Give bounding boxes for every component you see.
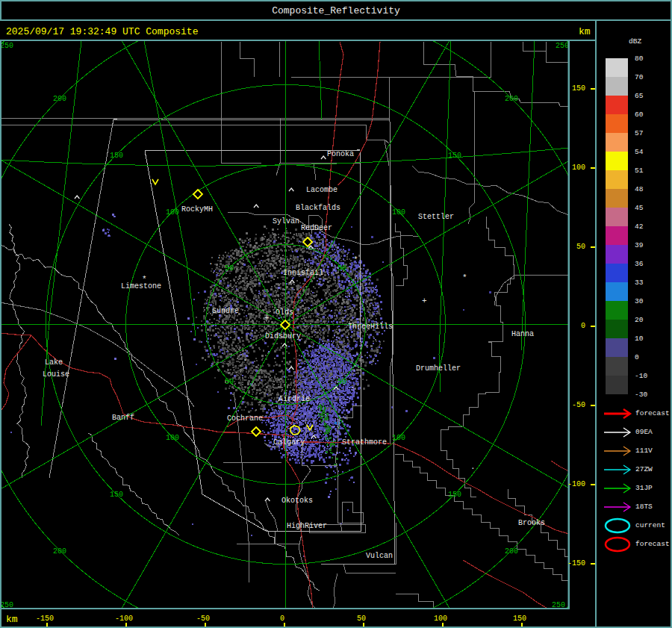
svg-text:ThreeHills: ThreeHills [348,323,393,331]
svg-text:Drumheller: Drumheller [416,364,461,373]
svg-text:250: 250 [0,42,13,50]
svg-text:150: 150 [110,152,123,160]
svg-text:RockyMH: RockyMH [181,205,213,214]
svg-text:Limestone: Limestone [121,282,161,290]
svg-text:.: . [352,360,358,369]
svg-text:200: 200 [505,547,518,556]
svg-text:.: . [217,252,222,261]
svg-text:Innisfail: Innisfail [283,269,323,277]
svg-text:200: 200 [53,95,66,103]
svg-text:Strathmore: Strathmore [342,438,387,447]
svg-text:*: * [353,255,358,264]
svg-text:Ponoka: Ponoka [327,150,354,158]
svg-text:250: 250 [556,42,569,50]
svg-text:150: 150 [448,491,461,499]
svg-text:50: 50 [225,378,234,386]
svg-text:.: . [243,354,248,363]
svg-text:100: 100 [166,208,179,217]
svg-text:Airdrie: Airdrie [279,395,310,403]
svg-text:.: . [470,462,476,471]
svg-text:150: 150 [110,491,123,499]
svg-text:100: 100 [392,434,405,442]
svg-text:100: 100 [392,208,405,217]
svg-text:150: 150 [448,152,461,160]
svg-text:Vulcan: Vulcan [366,552,393,560]
svg-text:HighRiver: HighRiver [287,522,327,530]
svg-text:Banff: Banff [112,414,134,422]
svg-text:*: * [462,273,467,282]
svg-text:Louise: Louise [43,370,69,379]
svg-text:Sundre: Sundre [212,307,239,315]
svg-text:Stettler: Stettler [418,213,454,221]
svg-text:RedDeer: RedDeer [301,224,332,232]
svg-text:100: 100 [166,434,179,442]
svg-text:Cochrane: Cochrane [227,414,263,423]
svg-text:+: + [422,296,427,305]
svg-text:Didsbury: Didsbury [265,332,301,341]
svg-text:200: 200 [505,95,518,103]
svg-text:200: 200 [53,547,66,556]
svg-text:250: 250 [0,601,13,609]
svg-text:.: . [350,382,355,391]
svg-text:50: 50 [337,378,346,386]
svg-text:Olds: Olds [276,308,293,317]
svg-text:Lake: Lake [45,358,63,367]
svg-text:+: + [264,314,270,323]
svg-text:.: . [208,258,214,267]
svg-text:Calgary: Calgary [273,438,305,447]
svg-text:Sylvan: Sylvan [273,217,299,226]
svg-text:Blackfalds: Blackfalds [296,204,340,212]
svg-text:50: 50 [337,264,346,273]
svg-text:Lacombe: Lacombe [306,186,337,194]
svg-text:Hanna: Hanna [511,330,534,338]
svg-text:Okotoks: Okotoks [281,497,313,505]
svg-text:Brooks: Brooks [518,519,545,527]
svg-text:*: * [142,275,147,284]
svg-text:50: 50 [225,264,234,273]
svg-text:250: 250 [552,601,565,609]
